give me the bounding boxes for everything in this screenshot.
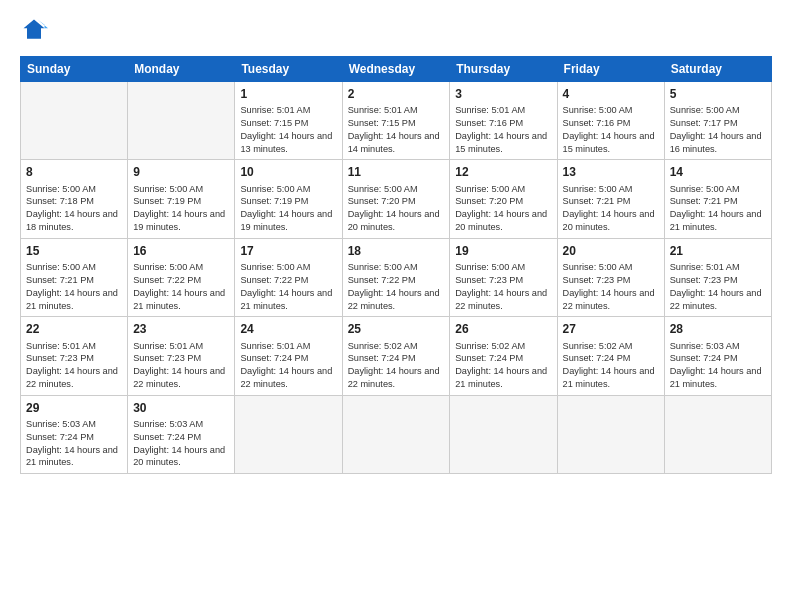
calendar-cell xyxy=(21,82,128,160)
calendar-cell: 10Sunrise: 5:00 AMSunset: 7:19 PMDayligh… xyxy=(235,160,342,238)
day-info: Sunrise: 5:03 AMSunset: 7:24 PMDaylight:… xyxy=(26,419,118,467)
day-info: Sunrise: 5:02 AMSunset: 7:24 PMDaylight:… xyxy=(455,341,547,389)
day-info: Sunrise: 5:00 AMSunset: 7:22 PMDaylight:… xyxy=(348,262,440,310)
day-info: Sunrise: 5:00 AMSunset: 7:17 PMDaylight:… xyxy=(670,105,762,153)
day-number: 12 xyxy=(455,164,551,180)
calendar-cell xyxy=(342,395,450,473)
weekday-header-friday: Friday xyxy=(557,57,664,82)
day-number: 25 xyxy=(348,321,445,337)
day-info: Sunrise: 5:01 AMSunset: 7:15 PMDaylight:… xyxy=(348,105,440,153)
calendar-cell: 1Sunrise: 5:01 AMSunset: 7:15 PMDaylight… xyxy=(235,82,342,160)
calendar-cell xyxy=(235,395,342,473)
calendar-cell: 30Sunrise: 5:03 AMSunset: 7:24 PMDayligh… xyxy=(128,395,235,473)
calendar-week-5: 29Sunrise: 5:03 AMSunset: 7:24 PMDayligh… xyxy=(21,395,772,473)
day-number: 5 xyxy=(670,86,766,102)
day-info: Sunrise: 5:00 AMSunset: 7:23 PMDaylight:… xyxy=(455,262,547,310)
weekday-header-thursday: Thursday xyxy=(450,57,557,82)
day-number: 23 xyxy=(133,321,229,337)
calendar-cell: 5Sunrise: 5:00 AMSunset: 7:17 PMDaylight… xyxy=(664,82,771,160)
day-info: Sunrise: 5:00 AMSunset: 7:21 PMDaylight:… xyxy=(26,262,118,310)
calendar-cell: 17Sunrise: 5:00 AMSunset: 7:22 PMDayligh… xyxy=(235,238,342,316)
day-number: 3 xyxy=(455,86,551,102)
calendar-cell: 8Sunrise: 5:00 AMSunset: 7:18 PMDaylight… xyxy=(21,160,128,238)
day-number: 21 xyxy=(670,243,766,259)
calendar-cell: 22Sunrise: 5:01 AMSunset: 7:23 PMDayligh… xyxy=(21,317,128,395)
day-number: 30 xyxy=(133,400,229,416)
calendar-cell xyxy=(664,395,771,473)
weekday-header-row: SundayMondayTuesdayWednesdayThursdayFrid… xyxy=(21,57,772,82)
weekday-header-saturday: Saturday xyxy=(664,57,771,82)
logo-icon xyxy=(20,16,48,44)
day-info: Sunrise: 5:00 AMSunset: 7:19 PMDaylight:… xyxy=(240,184,332,232)
calendar-week-1: 1Sunrise: 5:01 AMSunset: 7:15 PMDaylight… xyxy=(21,82,772,160)
day-info: Sunrise: 5:00 AMSunset: 7:18 PMDaylight:… xyxy=(26,184,118,232)
calendar-cell: 4Sunrise: 5:00 AMSunset: 7:16 PMDaylight… xyxy=(557,82,664,160)
day-number: 29 xyxy=(26,400,122,416)
day-info: Sunrise: 5:00 AMSunset: 7:20 PMDaylight:… xyxy=(455,184,547,232)
day-info: Sunrise: 5:03 AMSunset: 7:24 PMDaylight:… xyxy=(670,341,762,389)
day-number: 24 xyxy=(240,321,336,337)
day-number: 27 xyxy=(563,321,659,337)
calendar-week-4: 22Sunrise: 5:01 AMSunset: 7:23 PMDayligh… xyxy=(21,317,772,395)
weekday-header-sunday: Sunday xyxy=(21,57,128,82)
calendar-cell: 13Sunrise: 5:00 AMSunset: 7:21 PMDayligh… xyxy=(557,160,664,238)
day-number: 22 xyxy=(26,321,122,337)
calendar-cell xyxy=(557,395,664,473)
calendar-cell: 27Sunrise: 5:02 AMSunset: 7:24 PMDayligh… xyxy=(557,317,664,395)
calendar-cell: 20Sunrise: 5:00 AMSunset: 7:23 PMDayligh… xyxy=(557,238,664,316)
calendar-cell: 25Sunrise: 5:02 AMSunset: 7:24 PMDayligh… xyxy=(342,317,450,395)
calendar-cell: 11Sunrise: 5:00 AMSunset: 7:20 PMDayligh… xyxy=(342,160,450,238)
day-number: 16 xyxy=(133,243,229,259)
calendar-table: SundayMondayTuesdayWednesdayThursdayFrid… xyxy=(20,56,772,474)
day-number: 13 xyxy=(563,164,659,180)
calendar-cell xyxy=(128,82,235,160)
calendar-cell: 28Sunrise: 5:03 AMSunset: 7:24 PMDayligh… xyxy=(664,317,771,395)
day-number: 1 xyxy=(240,86,336,102)
calendar-cell: 26Sunrise: 5:02 AMSunset: 7:24 PMDayligh… xyxy=(450,317,557,395)
day-number: 14 xyxy=(670,164,766,180)
logo xyxy=(20,16,52,44)
calendar-cell: 14Sunrise: 5:00 AMSunset: 7:21 PMDayligh… xyxy=(664,160,771,238)
calendar-week-3: 15Sunrise: 5:00 AMSunset: 7:21 PMDayligh… xyxy=(21,238,772,316)
calendar-cell: 23Sunrise: 5:01 AMSunset: 7:23 PMDayligh… xyxy=(128,317,235,395)
day-info: Sunrise: 5:00 AMSunset: 7:22 PMDaylight:… xyxy=(240,262,332,310)
weekday-header-monday: Monday xyxy=(128,57,235,82)
calendar-cell: 12Sunrise: 5:00 AMSunset: 7:20 PMDayligh… xyxy=(450,160,557,238)
day-number: 4 xyxy=(563,86,659,102)
day-info: Sunrise: 5:00 AMSunset: 7:16 PMDaylight:… xyxy=(563,105,655,153)
weekday-header-tuesday: Tuesday xyxy=(235,57,342,82)
day-number: 11 xyxy=(348,164,445,180)
day-info: Sunrise: 5:01 AMSunset: 7:23 PMDaylight:… xyxy=(133,341,225,389)
day-info: Sunrise: 5:00 AMSunset: 7:21 PMDaylight:… xyxy=(670,184,762,232)
day-info: Sunrise: 5:01 AMSunset: 7:15 PMDaylight:… xyxy=(240,105,332,153)
calendar-cell: 24Sunrise: 5:01 AMSunset: 7:24 PMDayligh… xyxy=(235,317,342,395)
calendar-cell: 18Sunrise: 5:00 AMSunset: 7:22 PMDayligh… xyxy=(342,238,450,316)
day-number: 17 xyxy=(240,243,336,259)
calendar-cell: 16Sunrise: 5:00 AMSunset: 7:22 PMDayligh… xyxy=(128,238,235,316)
day-number: 19 xyxy=(455,243,551,259)
day-number: 28 xyxy=(670,321,766,337)
calendar-cell: 9Sunrise: 5:00 AMSunset: 7:19 PMDaylight… xyxy=(128,160,235,238)
day-info: Sunrise: 5:01 AMSunset: 7:24 PMDaylight:… xyxy=(240,341,332,389)
day-number: 2 xyxy=(348,86,445,102)
page: SundayMondayTuesdayWednesdayThursdayFrid… xyxy=(0,0,792,612)
calendar-cell: 15Sunrise: 5:00 AMSunset: 7:21 PMDayligh… xyxy=(21,238,128,316)
day-number: 20 xyxy=(563,243,659,259)
calendar-cell xyxy=(450,395,557,473)
day-number: 10 xyxy=(240,164,336,180)
calendar-cell: 21Sunrise: 5:01 AMSunset: 7:23 PMDayligh… xyxy=(664,238,771,316)
calendar-cell: 2Sunrise: 5:01 AMSunset: 7:15 PMDaylight… xyxy=(342,82,450,160)
day-info: Sunrise: 5:00 AMSunset: 7:19 PMDaylight:… xyxy=(133,184,225,232)
day-number: 26 xyxy=(455,321,551,337)
day-info: Sunrise: 5:01 AMSunset: 7:23 PMDaylight:… xyxy=(26,341,118,389)
day-info: Sunrise: 5:01 AMSunset: 7:16 PMDaylight:… xyxy=(455,105,547,153)
calendar-cell: 29Sunrise: 5:03 AMSunset: 7:24 PMDayligh… xyxy=(21,395,128,473)
day-number: 15 xyxy=(26,243,122,259)
day-number: 9 xyxy=(133,164,229,180)
day-info: Sunrise: 5:01 AMSunset: 7:23 PMDaylight:… xyxy=(670,262,762,310)
day-info: Sunrise: 5:02 AMSunset: 7:24 PMDaylight:… xyxy=(348,341,440,389)
weekday-header-wednesday: Wednesday xyxy=(342,57,450,82)
day-info: Sunrise: 5:00 AMSunset: 7:20 PMDaylight:… xyxy=(348,184,440,232)
calendar-cell: 19Sunrise: 5:00 AMSunset: 7:23 PMDayligh… xyxy=(450,238,557,316)
calendar-week-2: 8Sunrise: 5:00 AMSunset: 7:18 PMDaylight… xyxy=(21,160,772,238)
